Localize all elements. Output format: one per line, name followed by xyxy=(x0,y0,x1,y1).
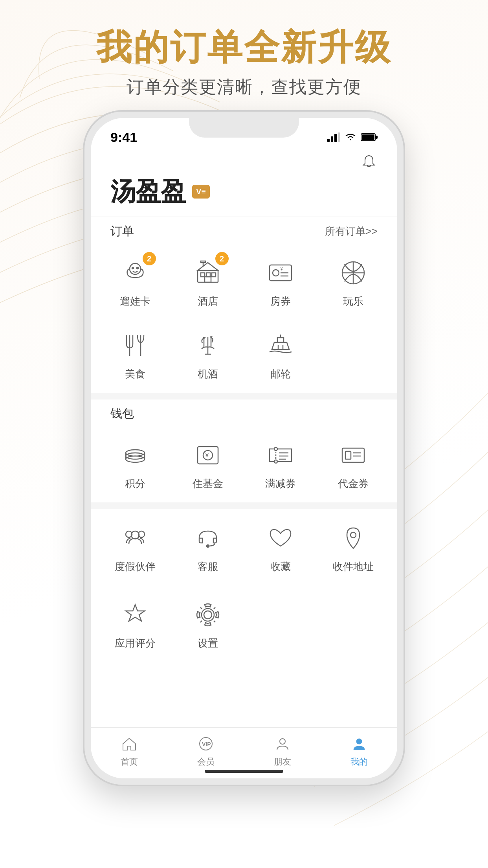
phone-screen: 9:41 xyxy=(91,118,397,778)
fund-label: 住基金 xyxy=(193,477,223,491)
svg-point-59 xyxy=(280,739,285,744)
home-nav-icon xyxy=(119,734,139,754)
vip-nav-icon: VIP xyxy=(196,734,216,754)
status-icons xyxy=(327,132,378,142)
svg-point-54 xyxy=(350,532,356,538)
flight-label: 机酒 xyxy=(198,367,218,381)
voucher-icon xyxy=(336,438,371,473)
service-item-settings[interactable]: 设置 xyxy=(171,589,244,658)
service-item-address[interactable]: 收件地址 xyxy=(317,513,389,581)
svg-point-9 xyxy=(137,267,138,269)
svg-point-42 xyxy=(274,460,277,463)
voucher-label: 代金券 xyxy=(338,477,369,491)
battery-icon xyxy=(361,133,378,142)
svg-rect-16 xyxy=(201,261,205,263)
service-item-favorite[interactable]: 收藏 xyxy=(244,513,317,581)
hotel-icon: 2 xyxy=(190,255,226,291)
hotel-badge: 2 xyxy=(215,252,229,265)
service-item-service[interactable]: 客服 xyxy=(171,513,244,581)
page-title: 我的订单全新升级 xyxy=(0,24,488,72)
food-label: 美食 xyxy=(125,367,145,381)
wallet-item-points[interactable]: 积分 xyxy=(99,430,171,498)
nav-vip[interactable]: VIP 会员 xyxy=(167,734,244,768)
partner-label: 度假伙伴 xyxy=(115,560,156,574)
wallet-item-fund[interactable]: ¥ 住基金 xyxy=(171,430,244,498)
svg-rect-1 xyxy=(331,136,333,142)
svg-rect-5 xyxy=(376,136,378,139)
order-item-baby[interactable]: 2 遛娃卡 xyxy=(99,247,171,316)
rating-label: 应用评分 xyxy=(115,636,156,650)
svg-rect-14 xyxy=(205,277,211,282)
baby-icon: 2 xyxy=(117,255,153,291)
divider-2 xyxy=(91,502,397,509)
nav-friends[interactable]: 朋友 xyxy=(244,734,321,768)
signal-icon xyxy=(327,132,340,142)
nav-mine[interactable]: 我的 xyxy=(321,734,397,768)
header-area: 我的订单全新升级 订单分类更清晰，查找更方便 xyxy=(0,24,488,99)
wallet-item-coupon[interactable]: 满减券 xyxy=(244,430,317,498)
service-item-partner[interactable]: 度假伙伴 xyxy=(99,513,171,581)
orders-label: 订单 xyxy=(110,223,134,239)
all-orders-link[interactable]: 所有订单>> xyxy=(325,224,378,238)
svg-rect-12 xyxy=(206,273,210,277)
nav-home[interactable]: 首页 xyxy=(91,734,167,768)
wallet-grid: 积分 ¥ 住基金 xyxy=(91,426,397,502)
phone-notch xyxy=(189,118,299,138)
settings-label: 设置 xyxy=(198,636,218,650)
roomcard-label: 房券 xyxy=(270,294,291,308)
settings-icon xyxy=(190,597,226,633)
orders-grid-row2: 美食 xyxy=(91,320,397,393)
svg-rect-28 xyxy=(277,338,284,342)
service-item-rating[interactable]: 应用评分 xyxy=(99,589,171,658)
roomcard-icon: ¥ xyxy=(263,255,298,291)
baby-label: 遛娃卡 xyxy=(120,294,150,308)
app-topbar xyxy=(91,149,397,171)
coupon-icon xyxy=(263,438,298,473)
status-time: 9:41 xyxy=(110,130,137,145)
baby-badge: 2 xyxy=(143,252,156,265)
play-label: 玩乐 xyxy=(343,294,363,308)
order-item-food[interactable]: 美食 xyxy=(99,320,171,389)
order-item-play[interactable]: 玩乐 xyxy=(317,247,389,316)
user-section: 汤盈盈 V≡ xyxy=(91,171,397,217)
nav-home-label: 首页 xyxy=(121,756,138,768)
points-label: 积分 xyxy=(125,477,145,491)
svg-point-60 xyxy=(356,739,362,744)
wallet-item-voucher[interactable]: 代金券 xyxy=(317,430,389,498)
svg-point-53 xyxy=(207,545,209,547)
page-subtitle: 订单分类更清晰，查找更方便 xyxy=(0,75,488,99)
wallet-label: 钱包 xyxy=(110,406,134,422)
address-icon xyxy=(336,520,371,556)
services-grid-row2: 应用评分 设置 xyxy=(91,585,397,662)
favorite-icon xyxy=(263,520,298,556)
fund-icon: ¥ xyxy=(190,438,226,473)
order-item-roomcard[interactable]: ¥ 房券 xyxy=(244,247,317,316)
order-item-hotel[interactable]: 2 酒店 xyxy=(171,247,244,316)
svg-point-55 xyxy=(204,611,212,619)
service-icon xyxy=(190,520,226,556)
favorite-label: 收藏 xyxy=(270,560,291,574)
home-indicator xyxy=(205,770,283,773)
bell-icon[interactable] xyxy=(360,153,378,171)
vip-badge: V≡ xyxy=(192,185,210,199)
svg-rect-3 xyxy=(338,132,340,142)
mine-nav-icon xyxy=(349,734,369,754)
address-label: 收件地址 xyxy=(333,560,374,574)
divider-1 xyxy=(91,393,397,399)
wallet-section-header: 钱包 xyxy=(91,399,397,426)
play-icon xyxy=(336,255,371,291)
cruise-label: 邮轮 xyxy=(270,367,291,381)
svg-point-7 xyxy=(130,263,141,274)
phone-inner: 9:41 xyxy=(91,118,397,778)
svg-rect-11 xyxy=(201,273,205,277)
hotel-label: 酒店 xyxy=(198,294,218,308)
nav-friends-label: 朋友 xyxy=(274,756,291,768)
order-item-flight[interactable]: 机酒 xyxy=(171,320,244,389)
points-icon xyxy=(117,438,153,473)
svg-point-41 xyxy=(274,447,277,451)
partner-icon xyxy=(117,520,153,556)
order-item-cruise[interactable]: 邮轮 xyxy=(244,320,317,389)
wifi-icon xyxy=(345,132,356,142)
coupon-label: 满减券 xyxy=(265,477,296,491)
svg-rect-0 xyxy=(327,139,330,142)
